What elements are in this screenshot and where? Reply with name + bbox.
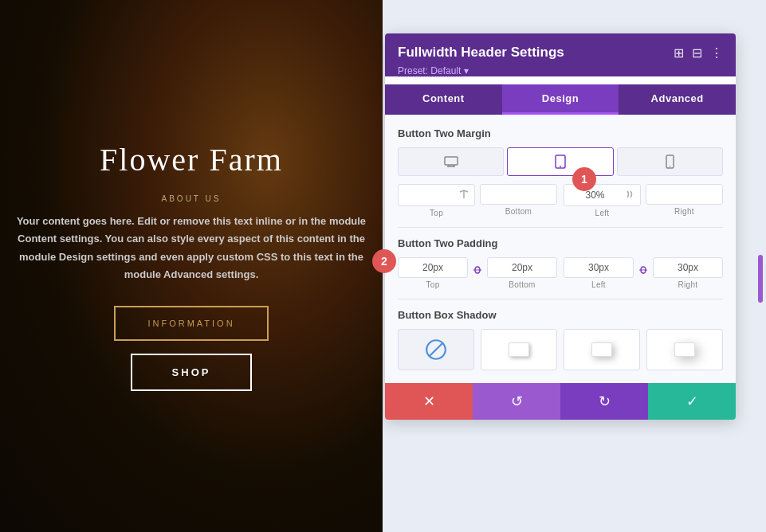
shadow-medium-option[interactable] — [564, 329, 640, 370]
padding-bottom-input[interactable] — [493, 262, 552, 273]
responsive-icon[interactable]: ⊞ — [674, 45, 684, 61]
padding-link-icon-2[interactable] — [637, 264, 650, 279]
button-two-margin-section: Button Two Margin — [398, 127, 723, 217]
padding-link-icon-1[interactable] — [471, 264, 484, 279]
button-two-margin-title: Button Two Margin — [398, 127, 723, 139]
save-button[interactable]: ✓ — [648, 383, 736, 420]
margin-top-label: Top — [430, 209, 443, 217]
margin-right-group: Right — [646, 184, 723, 217]
tab-content[interactable]: Content — [385, 84, 502, 115]
shadow-none-option[interactable] — [398, 329, 474, 370]
padding-right-label: Right — [678, 280, 698, 289]
padding-top-group: Top — [398, 257, 468, 289]
button-two-padding-title: Button Two Padding — [398, 237, 723, 249]
page-about-label: ABOUT US — [162, 194, 222, 203]
margin-right-label: Right — [674, 207, 694, 216]
svg-point-7 — [670, 166, 671, 167]
button-two-padding-section: Button Two Padding Top — [398, 237, 723, 289]
panel-preset[interactable]: Preset: Default ▾ — [398, 65, 723, 76]
undo-button[interactable]: ↺ — [473, 383, 560, 420]
padding-right-input[interactable] — [658, 262, 717, 273]
button-box-shadow-section: Button Box Shadow — [398, 309, 723, 370]
padding-left-input[interactable] — [569, 262, 628, 273]
panel-header: Fullwidth Header Settings ⊞ ⊟ ⋮ Preset: … — [385, 33, 736, 76]
badge-2: 2 — [372, 249, 396, 273]
shop-button[interactable]: SHOP — [131, 354, 253, 391]
panel-actions: ✕ ↺ ↻ ✓ — [385, 383, 736, 420]
shadow-options — [398, 329, 723, 370]
padding-bottom-label: Bottom — [509, 280, 535, 289]
tab-design[interactable]: Design — [502, 84, 619, 115]
mobile-device-tab[interactable] — [617, 147, 723, 176]
settings-panel: Fullwidth Header Settings ⊞ ⊟ ⋮ Preset: … — [385, 33, 736, 420]
padding-top-input[interactable] — [403, 262, 462, 273]
svg-line-12 — [429, 342, 442, 356]
panel-header-icons: ⊞ ⊟ ⋮ — [674, 45, 723, 61]
panel-tabs: Content Design Advanced — [385, 84, 736, 115]
grid-icon[interactable]: ⊟ — [692, 45, 702, 61]
margin-bottom-group: Bottom — [480, 184, 557, 217]
more-icon[interactable]: ⋮ — [710, 45, 723, 61]
device-tabs — [398, 147, 723, 176]
margin-left-input[interactable] — [569, 190, 621, 201]
margin-left-group: Left — [564, 184, 641, 217]
margin-bottom-input[interactable] — [485, 189, 552, 200]
svg-point-5 — [560, 166, 561, 167]
tablet-device-tab[interactable] — [507, 147, 613, 176]
padding-bottom-group: Bottom — [487, 257, 557, 289]
redo-button[interactable]: ↻ — [560, 383, 648, 420]
padding-left-label: Left — [591, 280, 606, 289]
padding-top-label: Top — [426, 280, 439, 289]
divider-1 — [398, 227, 723, 228]
panel-scrollbar[interactable] — [758, 255, 763, 303]
tab-advanced[interactable]: Advanced — [619, 84, 736, 115]
information-button[interactable]: INFORMATION — [114, 306, 268, 341]
padding-left-group: Left — [564, 257, 634, 289]
svg-rect-0 — [445, 157, 458, 165]
page-title: Flower Farm — [100, 141, 283, 178]
cancel-button[interactable]: ✕ — [385, 383, 473, 420]
shadow-small-option[interactable] — [481, 329, 557, 370]
margin-right-input[interactable] — [651, 189, 717, 200]
margin-bottom-label: Bottom — [505, 207, 532, 216]
margin-top-input[interactable] — [403, 190, 455, 201]
badge-1: 1 — [572, 167, 596, 191]
panel-title: Fullwidth Header Settings — [398, 45, 564, 61]
button-box-shadow-title: Button Box Shadow — [398, 309, 723, 321]
desktop-device-tab[interactable] — [398, 147, 504, 176]
margin-top-group: Top — [398, 184, 475, 217]
shadow-large-option[interactable] — [646, 329, 723, 370]
panel-body: Button Two Margin — [385, 115, 736, 383]
divider-2 — [398, 299, 723, 299]
page-body-text: Your content goes here. Edit or remove t… — [16, 213, 367, 283]
padding-right-group: Right — [653, 257, 723, 289]
margin-left-label: Left — [595, 209, 610, 217]
